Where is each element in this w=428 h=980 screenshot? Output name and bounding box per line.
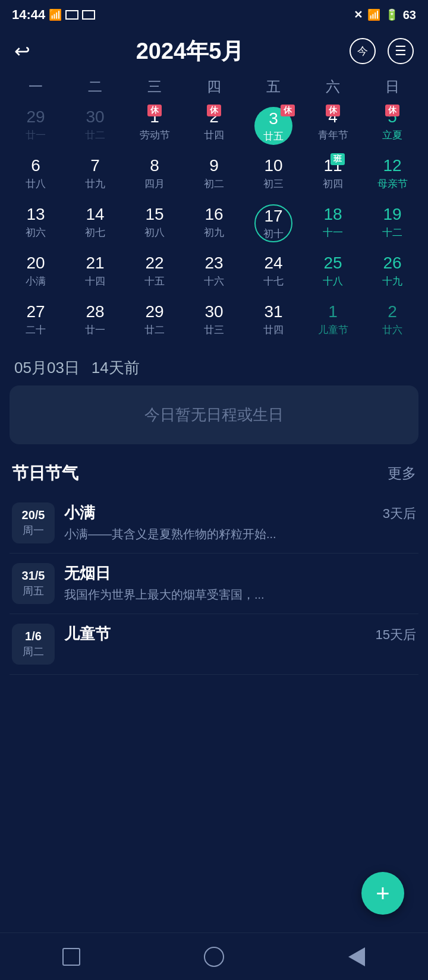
day-number: 3 xyxy=(269,109,278,129)
calendar-day[interactable]: 23十六 xyxy=(184,249,244,295)
calendar-day[interactable]: 24十七 xyxy=(244,249,303,295)
calendar-day[interactable]: 29廿二 xyxy=(125,298,184,343)
signal-icon: 📶 xyxy=(49,8,62,21)
calendar-day[interactable]: 2休廿四 xyxy=(184,103,244,148)
day-number: 19 xyxy=(383,204,401,225)
calendar-day[interactable]: 28廿一 xyxy=(65,298,125,343)
calendar-day[interactable]: 1休劳动节 xyxy=(125,103,184,148)
status-time: 14:44 xyxy=(12,7,45,23)
festivals-list: 20/5周一小满小满——其含义是夏熟作物的籽粒开始...3天后31/5周五无烟日… xyxy=(10,493,418,675)
day-number: 16 xyxy=(204,204,223,225)
festival-content: 小满小满——其含义是夏熟作物的籽粒开始... xyxy=(64,502,373,542)
day-number: 17 xyxy=(264,206,282,226)
day-number: 31 xyxy=(264,302,282,322)
lunar-date: 儿童节 xyxy=(318,323,348,337)
weekday-label: 二 xyxy=(65,72,125,101)
calendar-day[interactable]: 30廿三 xyxy=(184,298,244,343)
calendar-day[interactable]: 25十八 xyxy=(303,249,363,295)
festival-item[interactable]: 1/6周二儿童节15天后 xyxy=(10,614,418,675)
calendar-day[interactable]: 6廿八 xyxy=(6,152,65,197)
day-number: 18 xyxy=(323,204,342,225)
holiday-badge: 休 xyxy=(147,105,162,116)
calendar-day[interactable]: 19十二 xyxy=(363,201,422,246)
calendar-day[interactable]: 4休青年节 xyxy=(303,103,363,148)
festival-desc: 小满——其含义是夏熟作物的籽粒开始... xyxy=(64,526,373,542)
back-button[interactable]: ↩ xyxy=(14,40,30,62)
calendar-day[interactable]: 13初六 xyxy=(6,201,65,246)
battery-level: 63 xyxy=(403,8,416,22)
nav-home-button[interactable] xyxy=(196,939,232,975)
calendar-day[interactable]: 2廿六 xyxy=(363,298,422,343)
lunar-date: 劳动节 xyxy=(140,128,170,142)
calendar-day[interactable]: 30廿二 xyxy=(65,103,125,148)
lunar-date: 廿三 xyxy=(204,323,224,337)
day-number: 30 xyxy=(204,302,223,322)
calendar-day[interactable]: 15初八 xyxy=(125,201,184,246)
calendar-day[interactable]: 29廿一 xyxy=(6,103,65,148)
day-number: 23 xyxy=(204,253,223,273)
day-number: 22 xyxy=(145,253,163,273)
day-number: 6 xyxy=(31,156,40,176)
festivals-section: 节日节气 更多 20/5周一小满小满——其含义是夏熟作物的籽粒开始...3天后3… xyxy=(10,454,418,675)
calendar-day[interactable]: 18十一 xyxy=(303,201,363,246)
festival-date-box: 31/5周五 xyxy=(12,563,55,604)
festivals-title: 节日节气 xyxy=(12,462,78,485)
festival-date-week: 周一 xyxy=(20,523,46,538)
festival-date-week: 周二 xyxy=(20,644,46,659)
day-number: 12 xyxy=(383,156,401,176)
calendar-day[interactable]: 27二十 xyxy=(6,298,65,343)
calendar-day[interactable]: 8四月 xyxy=(125,152,184,197)
work-badge: 班 xyxy=(331,153,345,165)
relative-date: 14天前 xyxy=(92,358,140,378)
selected-date: 05月03日 xyxy=(14,358,80,378)
calendar-day[interactable]: 14初七 xyxy=(65,201,125,246)
lunar-date: 初十 xyxy=(263,227,284,241)
back-icon xyxy=(348,947,365,966)
today-circle: 3廿五休 xyxy=(254,107,292,145)
calendar-day[interactable]: 20小满 xyxy=(6,249,65,295)
calendar-day[interactable]: 16初九 xyxy=(184,201,244,246)
holiday-badge: 休 xyxy=(385,105,399,116)
lunar-date: 廿九 xyxy=(85,177,105,191)
lunar-date: 十七 xyxy=(263,274,284,288)
calendar-day[interactable]: 26十九 xyxy=(363,249,422,295)
weekday-label: 四 xyxy=(184,72,244,101)
day-number: 29 xyxy=(145,302,163,322)
calendar-day[interactable]: 11班初四 xyxy=(303,152,363,197)
add-event-fab[interactable]: + xyxy=(361,872,404,915)
selected-circle: 17初十 xyxy=(254,204,292,242)
calendar-day[interactable]: 21十四 xyxy=(65,249,125,295)
status-left: 14:44 📶 xyxy=(12,7,95,23)
list-button[interactable]: ☰ xyxy=(388,38,414,64)
festival-date-box: 1/6周二 xyxy=(12,624,55,665)
festival-item[interactable]: 31/5周五无烟日我国作为世界上最大的烟草受害国，... xyxy=(10,554,418,614)
lunar-date: 立夏 xyxy=(382,128,402,142)
calendar-day[interactable]: 10初三 xyxy=(244,152,303,197)
square-icon xyxy=(62,948,80,966)
calendar-day[interactable]: 5休立夏 xyxy=(363,103,422,148)
lunar-date: 初七 xyxy=(85,226,105,239)
weekday-label: 六 xyxy=(303,72,363,101)
holiday-badge: 休 xyxy=(207,105,221,116)
calendar-day[interactable]: 1儿童节 xyxy=(303,298,363,343)
nav-square-button[interactable] xyxy=(54,939,89,975)
battery-icon: 🔋 xyxy=(385,8,398,21)
today-button[interactable]: 今 xyxy=(350,38,376,64)
calendar-day[interactable]: 17初十 xyxy=(244,201,303,246)
festival-content: 儿童节 xyxy=(64,624,366,644)
festivals-more-button[interactable]: 更多 xyxy=(388,464,416,483)
calendar-day[interactable]: 7廿九 xyxy=(65,152,125,197)
festival-days: 15天后 xyxy=(376,624,416,644)
nav-back-button[interactable] xyxy=(339,939,374,975)
festival-item[interactable]: 20/5周一小满小满——其含义是夏熟作物的籽粒开始...3天后 xyxy=(10,493,418,554)
lunar-date: 廿五 xyxy=(263,129,284,143)
calendar-day[interactable]: 31廿四 xyxy=(244,298,303,343)
festivals-header: 节日节气 更多 xyxy=(10,454,418,493)
festival-name: 儿童节 xyxy=(64,624,366,644)
lunar-date: 廿四 xyxy=(204,128,224,142)
calendar-day[interactable]: 9初二 xyxy=(184,152,244,197)
calendar-day[interactable]: 12母亲节 xyxy=(363,152,422,197)
calendar-day[interactable]: 22十五 xyxy=(125,249,184,295)
festival-content: 无烟日我国作为世界上最大的烟草受害国，... xyxy=(64,563,416,603)
calendar-day[interactable]: 3廿五休 xyxy=(244,103,303,148)
